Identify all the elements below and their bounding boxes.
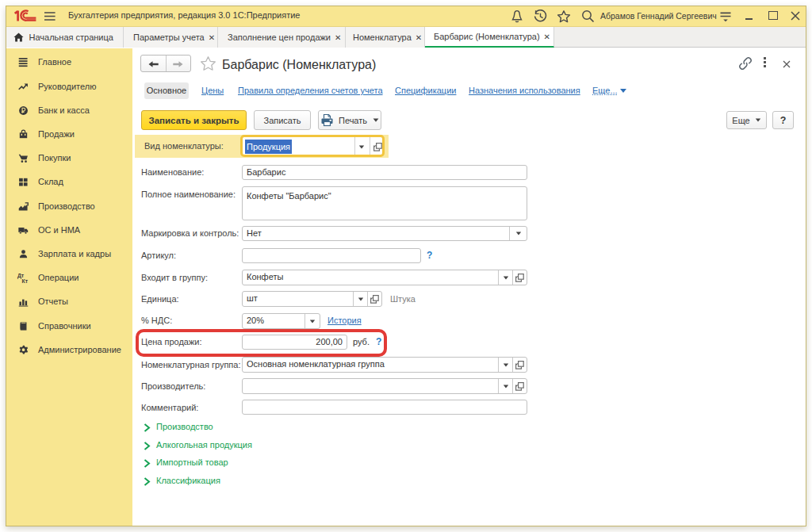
svg-text:Кт: Кт xyxy=(22,278,29,284)
